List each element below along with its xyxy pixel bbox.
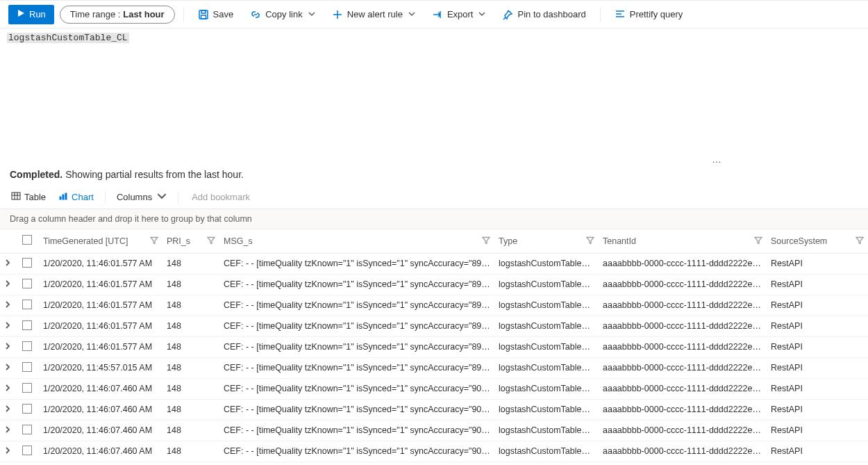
run-button[interactable]: Run [8,5,54,24]
table-row[interactable]: 1/20/2020, 11:46:01.577 AM148CEF: - - [t… [0,274,868,295]
expand-cell[interactable] [0,420,18,441]
time-range-button[interactable]: Time range : Last hour [60,6,175,24]
checkbox-icon[interactable] [22,258,32,268]
filter-icon[interactable] [150,236,158,246]
expand-cell[interactable] [0,274,18,295]
header-pri[interactable]: PRI_s [162,229,219,253]
group-by-bar[interactable]: Drag a column header and drop it here to… [0,209,868,229]
expand-cell[interactable] [0,399,18,420]
table-row[interactable]: 1/20/2020, 11:46:01.577 AM148CEF: - - [t… [0,336,868,357]
checkbox-cell[interactable] [18,441,39,462]
checkbox-cell[interactable] [18,378,39,399]
table-row[interactable]: 1/20/2020, 11:46:07.460 AM148CEF: - - [t… [0,399,868,420]
header-expand [0,229,18,253]
cell-msg: CEF: - - [timeQuality tzKnown="1" isSync… [219,316,494,336]
svg-rect-1 [201,10,206,13]
header-time[interactable]: TimeGenerated [UTC] [39,229,162,253]
query-toolbar: Run Time range : Last hour Save Copy lin… [0,1,868,28]
checkbox-icon[interactable] [22,279,32,288]
checkbox-cell[interactable] [18,399,39,420]
table-row[interactable]: 1/20/2020, 11:45:57.015 AM148CEF: - - [t… [0,357,868,378]
checkbox-icon[interactable] [22,404,32,414]
save-button[interactable]: Save [192,3,240,26]
checkbox-icon[interactable] [22,235,32,245]
table-row[interactable]: 1/20/2020, 11:46:01.577 AM148CEF: - - [t… [0,253,868,274]
header-tenant[interactable]: TenantId [599,229,767,253]
filter-icon[interactable] [482,236,490,246]
cell-tenant: aaaabbbb-0000-cccc-1111-dddd2222eeee [599,441,767,462]
cell-src: RestAPI [767,295,868,316]
tab-chart[interactable]: Chart [57,188,95,206]
table-row[interactable]: 1/20/2020, 11:46:07.460 AM148CEF: - - [t… [0,420,868,441]
cell-tenant: aaaabbbb-0000-cccc-1111-dddd2222eeee [599,420,767,441]
tab-table[interactable]: Table [10,188,47,206]
tab-table-label: Table [24,192,46,202]
checkbox-icon[interactable] [22,362,32,372]
copy-link-button[interactable]: Copy link [244,3,320,26]
separator [178,191,178,204]
editor-resize-handle[interactable]: … [0,154,868,163]
cell-type: logstashCustomTable_CL [494,441,599,462]
svg-rect-2 [201,15,206,19]
pin-button[interactable]: Pin to dashboard [496,3,591,26]
cell-time: 1/20/2020, 11:46:01.577 AM [39,336,162,357]
time-range-value: Last hour [123,9,164,19]
checkbox-cell[interactable] [18,316,39,336]
play-icon [17,9,25,19]
link-icon [250,9,261,20]
results-grid[interactable]: TimeGenerated [UTC] PRI_s MSG_s Type Ten… [0,229,868,465]
filter-icon[interactable] [856,236,864,246]
table-row[interactable]: 1/20/2020, 11:46:01.577 AM148CEF: - - [t… [0,295,868,316]
checkbox-icon[interactable] [22,320,32,330]
export-button[interactable]: Export [426,3,492,26]
expand-cell[interactable] [0,378,18,399]
prettify-button[interactable]: Prettify query [609,3,689,26]
expand-cell[interactable] [0,357,18,378]
header-type[interactable]: Type [494,229,599,253]
expand-cell[interactable] [0,316,18,336]
checkbox-cell[interactable] [18,253,39,274]
expand-cell[interactable] [0,441,18,462]
expand-cell[interactable] [0,253,18,274]
header-src[interactable]: SourceSystem [767,229,868,253]
tab-chart-label: Chart [72,192,94,202]
header-checkbox[interactable] [18,229,39,253]
checkbox-icon[interactable] [22,383,32,393]
table-row[interactable]: 1/20/2020, 11:46:07.460 AM148CEF: - - [t… [0,441,868,462]
chevron-right-icon [4,300,11,310]
expand-cell[interactable] [0,336,18,357]
cell-pri: 148 [162,274,219,295]
chevron-down-icon [478,9,485,19]
new-alert-button[interactable]: New alert rule [326,3,421,26]
checkbox-cell[interactable] [18,274,39,295]
status-detail: Showing partial results from the last ho… [65,169,244,180]
checkbox-icon[interactable] [22,425,32,434]
checkbox-cell[interactable] [18,336,39,357]
separator [600,7,601,22]
chevron-right-icon [4,363,11,373]
time-range-label: Time range : [70,9,121,19]
columns-dropdown[interactable]: Columns [115,188,168,206]
checkbox-cell[interactable] [18,357,39,378]
table-row[interactable]: 1/20/2020, 11:46:01.577 AM148CEF: - - [t… [0,316,868,336]
checkbox-icon[interactable] [22,446,32,455]
expand-cell[interactable] [0,295,18,316]
filter-icon[interactable] [207,236,215,246]
cell-time: 1/20/2020, 11:46:01.577 AM [39,253,162,274]
checkbox-cell[interactable] [18,295,39,316]
checkbox-icon[interactable] [22,341,32,351]
cell-time: 1/20/2020, 11:46:01.577 AM [39,274,162,295]
checkbox-cell[interactable] [18,420,39,441]
cell-msg: CEF: - - [timeQuality tzKnown="1" isSync… [219,253,494,274]
filter-icon[interactable] [754,236,762,246]
chevron-right-icon [4,384,11,393]
table-row[interactable]: 1/20/2020, 11:46:07.460 AM148CEF: - - [t… [0,378,868,399]
cell-pri: 148 [162,316,219,336]
chart-icon [58,191,68,203]
cell-msg: CEF: - - [timeQuality tzKnown="1" isSync… [219,441,494,462]
columns-label: Columns [117,192,152,202]
filter-icon[interactable] [586,236,594,246]
query-editor[interactable]: logstashCustomTable_CL [0,28,868,154]
header-msg[interactable]: MSG_s [219,229,494,253]
checkbox-icon[interactable] [22,300,32,309]
